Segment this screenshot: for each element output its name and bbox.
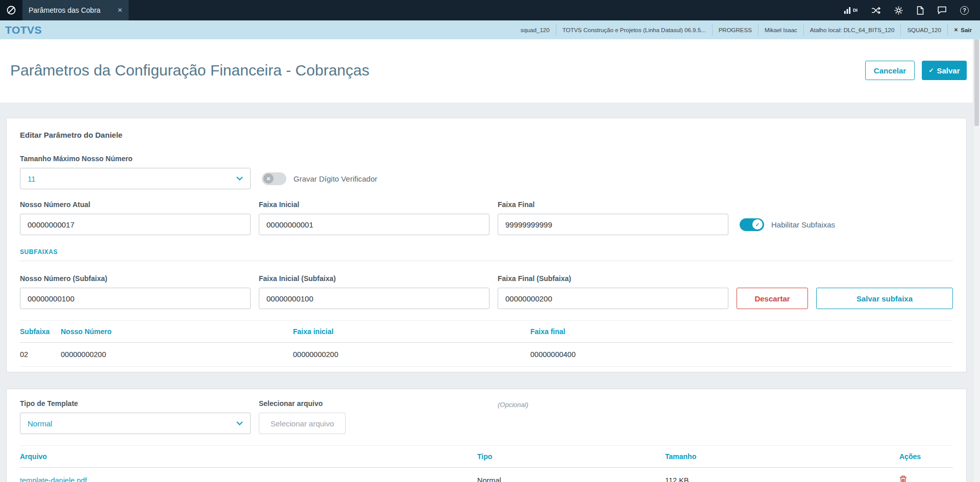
save-button[interactable]: ✓ Salvar	[922, 61, 967, 80]
template-card: Tipo de Template Normal Selecionar arqui…	[6, 389, 967, 482]
faixa-final-subfaixa-input[interactable]	[498, 288, 728, 309]
arquivos-table: Arquivo Tipo Tamanho Ações template-dani…	[20, 445, 953, 482]
di-label: DI	[853, 8, 857, 13]
check-icon: ✓	[928, 67, 934, 74]
env-item-database: PROGRESS	[712, 24, 758, 35]
faixa-inicial-subfaixa-input[interactable]	[259, 288, 489, 309]
delete-file-button[interactable]	[899, 475, 907, 482]
save-label: Salvar	[937, 66, 960, 75]
row-tamanho-maximo: Tamanho Máximo Nosso Número 11 ✕ Gravar …	[20, 155, 953, 189]
tipo-template-value: Normal	[28, 419, 52, 428]
parametros-card: Editar Parâmetro do Daniele Tamanho Máxi…	[6, 118, 967, 372]
chevron-down-icon	[236, 421, 243, 425]
field-faixa-final-subfaixa: Faixa Final (Subfaixa)	[498, 274, 728, 309]
section-divider	[20, 261, 953, 261]
gravar-digito-toggle[interactable]: ✕	[262, 172, 286, 185]
col-header-subfaixa: Subfaixa	[20, 321, 61, 343]
document-icon	[917, 6, 924, 15]
circle-slash-logo-icon	[6, 5, 16, 15]
subfaixas-section-label: SUBFAIXAS	[20, 248, 953, 256]
logout-x-icon: ✕	[954, 27, 958, 33]
field-nosso-numero-atual: Nosso Número Atual	[20, 200, 251, 235]
shuffle-button[interactable]	[871, 7, 880, 14]
cell-nosso-numero: 00000000200	[61, 343, 293, 367]
tamanho-maximo-select[interactable]: 11	[20, 168, 251, 189]
nosso-numero-subfaixa-input[interactable]	[20, 288, 251, 309]
help-button[interactable]: ?	[960, 6, 969, 15]
tamanho-maximo-value: 11	[28, 174, 36, 183]
field-selecionar-arquivo: Selecionar arquivo Selecionar arquivo	[259, 399, 489, 434]
faixa-inicial-input[interactable]	[259, 214, 489, 235]
habilitar-subfaixas-group: ✓ Habilitar Subfaixas	[740, 214, 835, 235]
gravar-digito-label: Gravar Dígito Verificador	[293, 174, 377, 183]
optional-hint: (Opcional)	[498, 401, 528, 409]
gravar-digito-group: ✕ Gravar Dígito Verificador	[262, 168, 377, 189]
shuffle-icon	[871, 7, 880, 14]
cancel-button[interactable]: Cancelar	[865, 61, 915, 80]
signal-bars-icon	[844, 7, 851, 14]
toggle-off-x-icon: ✕	[263, 173, 274, 184]
field-tipo-template: Tipo de Template Normal	[20, 399, 251, 434]
scrollbar-thumb[interactable]	[974, 39, 979, 126]
habilitar-subfaixas-toggle[interactable]: ✓	[740, 218, 764, 231]
faixa-final-input[interactable]	[498, 214, 728, 235]
chat-bubble-icon	[938, 6, 946, 14]
logout-button[interactable]: ✕ Sair	[947, 24, 980, 35]
topbar-actions: DI ?	[844, 0, 980, 20]
header-actions: Cancelar ✓ Salvar	[865, 61, 967, 80]
tab-close-icon[interactable]: ✕	[117, 7, 122, 14]
faixa-final-subfaixa-label: Faixa Final (Subfaixa)	[498, 274, 728, 283]
field-nosso-numero-subfaixa: Nosso Número (Subfaixa)	[20, 274, 251, 309]
browser-tab[interactable]: Parâmetros das Cobra ✕	[22, 0, 129, 20]
env-item-shortcut: Atalho local: DLC_64_BITS_120	[803, 24, 901, 35]
col-header-tipo: Tipo	[477, 446, 665, 468]
row-faixas: Nosso Número Atual Faixa Inicial Faixa F…	[20, 200, 953, 235]
chevron-down-icon	[236, 176, 243, 181]
settings-button[interactable]	[894, 6, 903, 15]
tipo-template-label: Tipo de Template	[20, 399, 251, 408]
document-button[interactable]	[917, 6, 924, 15]
tab-title: Parâmetros das Cobra	[29, 6, 112, 14]
nosso-numero-atual-input[interactable]	[20, 214, 251, 235]
chat-button[interactable]	[938, 6, 946, 14]
card-heading: Editar Parâmetro do Daniele	[20, 131, 953, 139]
cell-faixa-final: 00000000400	[530, 343, 953, 367]
habilitar-subfaixas-label: Habilitar Subfaixas	[771, 220, 835, 229]
vertical-scrollbar[interactable]	[973, 39, 980, 482]
env-item-product: TOTVS Construção e Projetos (Linha Datas…	[556, 24, 712, 35]
field-faixa-final: Faixa Final	[498, 200, 728, 235]
col-header-arquivo: Arquivo	[20, 446, 477, 468]
tipo-template-select[interactable]: Normal	[20, 413, 251, 434]
faixa-inicial-subfaixa-label: Faixa Inicial (Subfaixa)	[259, 274, 489, 283]
field-faixa-inicial: Faixa Inicial	[259, 200, 489, 235]
cell-tipo: Normal	[477, 468, 665, 482]
topbar: Parâmetros das Cobra ✕ DI	[0, 0, 980, 20]
descartar-button[interactable]: Descartar	[737, 288, 808, 309]
faixa-final-label: Faixa Final	[498, 200, 728, 209]
col-header-tamanho: Tamanho	[665, 446, 899, 468]
page-content: Editar Parâmetro do Daniele Tamanho Máxi…	[0, 103, 973, 482]
trash-icon	[899, 475, 907, 482]
gear-icon	[894, 6, 903, 15]
signal-stats-button[interactable]: DI	[844, 7, 857, 14]
subfaixas-table: Subfaixa Nosso Número Faixa inicial Faix…	[20, 320, 953, 367]
col-header-faixa-inicial: Faixa inicial	[293, 321, 530, 343]
faixa-inicial-label: Faixa Inicial	[259, 200, 489, 209]
file-link[interactable]: template-daniele.pdf	[20, 476, 87, 482]
col-header-acoes: Ações	[899, 446, 953, 468]
appbar: TOTVS squad_120 TOTVS Construção e Proje…	[0, 20, 980, 39]
env-item-username: Mikael Isaac	[758, 24, 803, 35]
table-row: template-daniele.pdf Normal 112 KB	[20, 468, 953, 482]
cell-subfaixa: 02	[20, 343, 61, 367]
tamanho-maximo-label: Tamanho Máximo Nosso Número	[20, 155, 251, 163]
field-faixa-inicial-subfaixa: Faixa Inicial (Subfaixa)	[259, 274, 489, 309]
toggle-on-check-icon: ✓	[752, 219, 763, 230]
selecionar-arquivo-button[interactable]: Selecionar arquivo	[259, 413, 346, 434]
help-icon: ?	[960, 6, 969, 15]
app-logo[interactable]	[0, 0, 22, 20]
subfaixas-table-header-row: Subfaixa Nosso Número Faixa inicial Faix…	[20, 321, 953, 343]
environment-info: squad_120 TOTVS Construção e Projetos (L…	[514, 20, 980, 39]
row-template: Tipo de Template Normal Selecionar arqui…	[20, 399, 953, 434]
salvar-subfaixa-button[interactable]: Salvar subfaixa	[816, 288, 953, 309]
page-header: Parâmetros da Configuração Financeira - …	[0, 39, 973, 103]
